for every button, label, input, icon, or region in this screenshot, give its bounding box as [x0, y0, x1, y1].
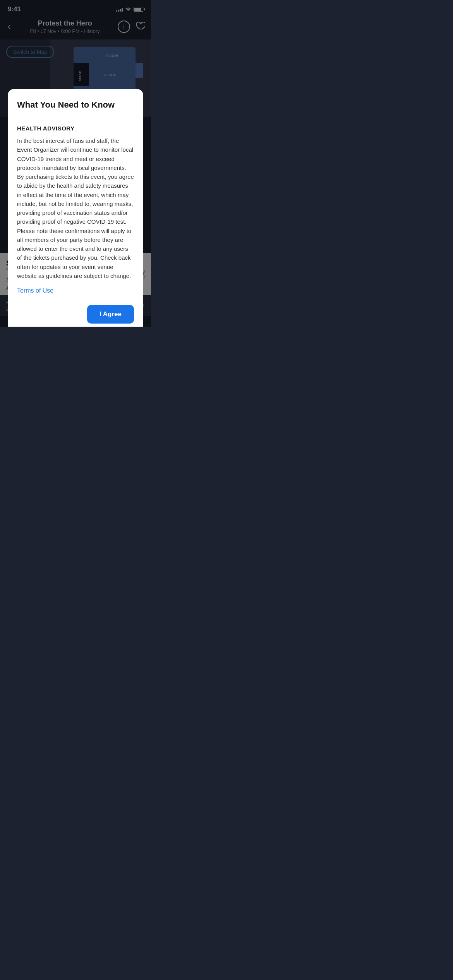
advisory-heading: HEALTH ADVISORY: [17, 125, 134, 132]
modal-overlay: What You Need to Know HEALTH ADVISORY In…: [0, 0, 151, 327]
agree-button[interactable]: I Agree: [87, 305, 134, 324]
modal: What You Need to Know HEALTH ADVISORY In…: [8, 89, 143, 327]
terms-of-use-link[interactable]: Terms of Use: [17, 287, 53, 294]
modal-title: What You Need to Know: [17, 100, 134, 110]
modal-divider: [17, 117, 134, 117]
advisory-text: In the best interest of fans and staff, …: [17, 136, 134, 280]
modal-footer: I Agree: [17, 305, 134, 324]
